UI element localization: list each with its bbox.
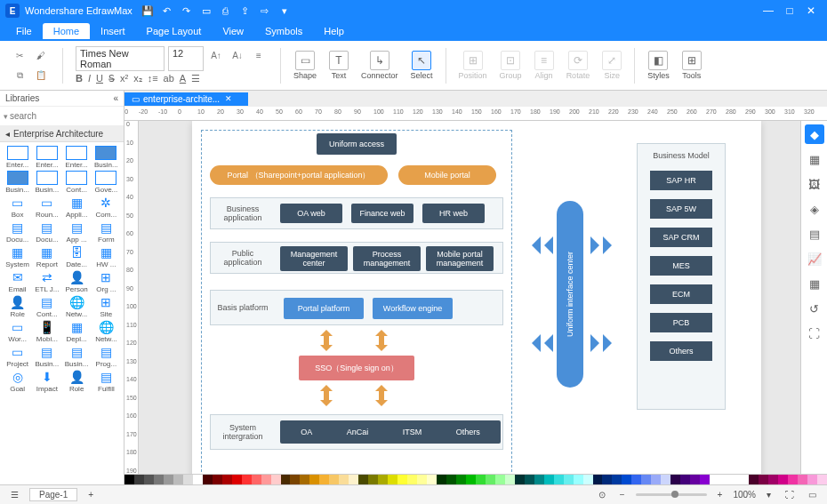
- shape-item[interactable]: ▦HW ...: [92, 245, 120, 268]
- presentation-icon[interactable]: ▭: [805, 490, 820, 500]
- color-swatch[interactable]: [700, 475, 710, 484]
- color-swatch[interactable]: [358, 475, 368, 484]
- color-swatch[interactable]: [309, 475, 319, 484]
- outline-icon[interactable]: ☰: [7, 490, 22, 500]
- underline-button[interactable]: U: [96, 73, 103, 84]
- minimize-button[interactable]: —: [758, 0, 779, 21]
- print-icon[interactable]: ⎙: [218, 3, 234, 19]
- page-tab[interactable]: Page-1: [29, 488, 77, 501]
- shape-item[interactable]: Gove...: [92, 171, 120, 194]
- shape-item[interactable]: ⬇Impact: [33, 370, 60, 393]
- process-mgmt-box[interactable]: Process management: [353, 246, 421, 271]
- font-family-select[interactable]: Times New Roman: [76, 46, 165, 71]
- shape-item[interactable]: ⇄ETL J...: [33, 270, 60, 293]
- bm-ecm[interactable]: ECM: [650, 284, 712, 304]
- zoom-out-button[interactable]: −: [616, 490, 629, 500]
- color-swatch[interactable]: [534, 475, 544, 484]
- shape-item[interactable]: ▦Report: [33, 245, 60, 268]
- color-swatch[interactable]: [329, 475, 339, 484]
- color-swatch[interactable]: [349, 475, 358, 484]
- color-swatch[interactable]: [593, 475, 603, 484]
- shape-item[interactable]: Busin...: [33, 171, 60, 194]
- color-swatch[interactable]: [173, 475, 183, 484]
- color-swatch[interactable]: [622, 475, 631, 484]
- color-swatch[interactable]: [466, 475, 476, 484]
- shape-item[interactable]: ▤Form: [92, 220, 120, 244]
- shape-item[interactable]: 👤Person: [63, 270, 91, 293]
- color-swatch[interactable]: [232, 475, 242, 484]
- color-swatch[interactable]: [505, 475, 515, 484]
- color-swatch[interactable]: [574, 475, 583, 484]
- color-swatch[interactable]: [661, 475, 670, 484]
- uniform-access-box[interactable]: Uniform access: [317, 133, 397, 155]
- business-model-panel[interactable]: Business Model SAP HR SAP 5W SAP CRM MES…: [637, 143, 726, 410]
- color-swatch[interactable]: [525, 475, 534, 484]
- menu-help[interactable]: Help: [313, 23, 355, 39]
- image-icon[interactable]: 🖼: [805, 174, 824, 194]
- hr-web-box[interactable]: HR web: [422, 204, 485, 223]
- copy-icon[interactable]: ⧉: [11, 67, 28, 84]
- strike-button[interactable]: S̶: [108, 73, 115, 84]
- connector-button[interactable]: ↳Connector: [357, 49, 402, 82]
- styles-button[interactable]: ◧Styles: [644, 49, 673, 82]
- group-button[interactable]: ⊡Group: [496, 49, 526, 82]
- color-swatch[interactable]: [719, 475, 729, 484]
- shape-item[interactable]: ▤App ...: [63, 220, 91, 244]
- color-swatch[interactable]: [407, 475, 417, 484]
- shape-item[interactable]: ▦Depl...: [63, 320, 91, 343]
- close-button[interactable]: ✕: [800, 0, 822, 21]
- maximize-button[interactable]: □: [779, 0, 800, 21]
- shape-item[interactable]: ▤Prog...: [92, 345, 120, 368]
- shape-item[interactable]: 👤Role: [63, 370, 91, 393]
- shape-item[interactable]: ▤Busin...: [63, 345, 91, 368]
- bm-sap-hr[interactable]: SAP HR: [650, 171, 712, 190]
- shape-item[interactable]: ▤Cont...: [33, 295, 60, 318]
- workflow-engine-box[interactable]: Workflow engine: [373, 298, 453, 319]
- finance-web-box[interactable]: Finance web: [351, 204, 414, 223]
- position-button[interactable]: ⊞Position: [455, 49, 491, 82]
- shape-item[interactable]: ▤Docu...: [33, 220, 60, 244]
- color-swatch[interactable]: [759, 475, 768, 484]
- color-swatch[interactable]: [641, 475, 651, 484]
- color-swatch[interactable]: [788, 475, 798, 484]
- color-swatch[interactable]: [183, 475, 193, 484]
- mgmt-center-box[interactable]: Management center: [280, 246, 348, 271]
- more-icon[interactable]: ▾: [277, 3, 293, 19]
- color-swatch[interactable]: [397, 475, 407, 484]
- bold-button[interactable]: B: [76, 73, 83, 84]
- shape-item[interactable]: ▦Appli...: [63, 196, 91, 219]
- bm-sap-crm[interactable]: SAP CRM: [650, 228, 712, 247]
- shape-item[interactable]: ▭Roun...: [33, 196, 60, 219]
- color-swatch[interactable]: [154, 475, 164, 484]
- color-swatch[interactable]: [602, 475, 612, 484]
- zoom-dropdown[interactable]: ▾: [763, 490, 775, 500]
- shape-item[interactable]: ▤Docu...: [4, 220, 31, 244]
- shape-item[interactable]: 👤Role: [4, 295, 31, 318]
- color-swatch[interactable]: [690, 475, 700, 484]
- color-swatch[interactable]: [222, 475, 232, 484]
- bullets-button[interactable]: ☰: [191, 73, 200, 84]
- table-icon[interactable]: ▦: [805, 274, 824, 293]
- menu-home[interactable]: Home: [43, 23, 90, 39]
- color-palette[interactable]: [124, 474, 827, 484]
- shape-item[interactable]: ▭Project: [4, 345, 31, 368]
- shape-item[interactable]: 🌐Netw...: [92, 320, 120, 343]
- format-icon[interactable]: ▦: [805, 149, 824, 169]
- color-swatch[interactable]: [271, 475, 281, 484]
- page-icon[interactable]: ▤: [805, 224, 824, 244]
- shape-item[interactable]: Enter...: [4, 146, 31, 169]
- rotate-button[interactable]: ⟳Rotate: [563, 49, 594, 82]
- canvas[interactable]: Uniform access Portal （Sharepoint+portal…: [139, 121, 800, 474]
- color-swatch[interactable]: [778, 475, 788, 484]
- bm-sap-5w[interactable]: SAP 5W: [650, 199, 712, 219]
- shape-item[interactable]: ✲Com...: [92, 196, 120, 219]
- integration-row[interactable]: OA AnCai ITSM Others: [280, 420, 501, 444]
- subscript-button[interactable]: x₂: [133, 73, 142, 84]
- basis-platform-section[interactable]: Basis platform Portal platform Workflow …: [210, 290, 503, 325]
- doc-icon[interactable]: ▭: [198, 3, 214, 19]
- color-swatch[interactable]: [319, 475, 329, 484]
- shape-item[interactable]: ▤Busin...: [33, 345, 60, 368]
- color-swatch[interactable]: [124, 475, 134, 484]
- shape-item[interactable]: ⊞Org ...: [92, 270, 120, 293]
- document-tab[interactable]: ▭ enterprise-archite... ✕: [124, 92, 248, 106]
